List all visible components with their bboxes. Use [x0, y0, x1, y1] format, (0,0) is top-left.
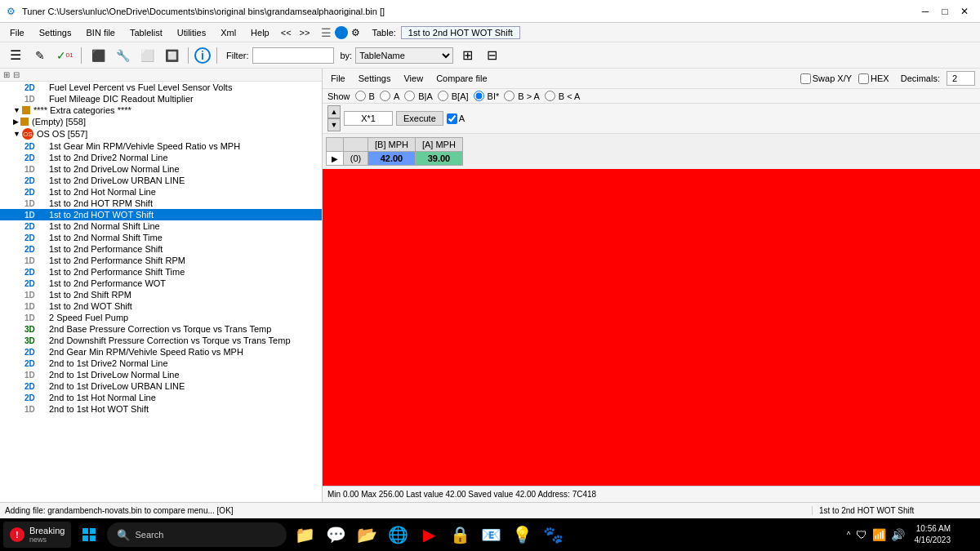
- hex-checkbox-label[interactable]: HEX: [858, 73, 889, 84]
- tree-item[interactable]: 2D 2nd Gear Min RPM/Vehivle Speed Ratio …: [0, 346, 322, 358]
- radio-bia-pipe[interactable]: B|A: [404, 91, 433, 101]
- maximize-button[interactable]: □: [936, 4, 954, 19]
- cell-b[interactable]: 42.00: [368, 152, 416, 166]
- tray-wifi[interactable]: 📶: [872, 528, 886, 541]
- tree-item[interactable]: 2D 1st to 2nd Normal Shift Time: [0, 232, 322, 243]
- tree-category[interactable]: ▼ **** Extra categories ****: [0, 104, 322, 116]
- swap-xy-checkbox-label[interactable]: Swap X/Y: [800, 73, 852, 84]
- right-menu-compare[interactable]: Compare file: [433, 73, 490, 84]
- close-button[interactable]: ✕: [956, 4, 973, 19]
- tree-item[interactable]: 2D 1st to 2nd Performance Shift Time: [0, 266, 322, 278]
- menu-bin-file[interactable]: BIN file: [79, 26, 121, 39]
- tree-item[interactable]: 1D 1st to 2nd HOT RPM Shift: [0, 198, 322, 209]
- hex-checkbox[interactable]: [858, 73, 869, 84]
- tree-item[interactable]: 1D 1st to 2nd Performance Shift RPM: [0, 255, 322, 266]
- toolbar-btn4[interactable]: 🔧: [112, 46, 133, 65]
- radio-b-lt-a-input[interactable]: [545, 91, 555, 101]
- taskbar-app-mail[interactable]: 📧: [476, 520, 506, 549]
- radio-b-lt-a[interactable]: B < A: [545, 91, 581, 101]
- tree-item[interactable]: 1D Fuel Mileage DIC Readout Multiplier: [0, 93, 322, 104]
- tree-item[interactable]: 3D 2nd Downshift Pressure Correction vs …: [0, 335, 322, 346]
- taskbar-app-files[interactable]: 📂: [352, 520, 381, 549]
- tree-item[interactable]: 2D 1st to 2nd Performance WOT: [0, 278, 322, 289]
- toolbar-btn3[interactable]: ⬛: [87, 46, 109, 65]
- taskbar-app-paw[interactable]: 🐾: [538, 520, 568, 549]
- tree-item[interactable]: 2D 1st Gear Min RPM/Vehivle Speed Ratio …: [0, 140, 322, 152]
- cell-a[interactable]: 39.00: [415, 152, 462, 166]
- nav-forward[interactable]: >>: [296, 28, 314, 38]
- tree-item[interactable]: 2D 2nd to 1st Drive2 Normal Line: [0, 358, 322, 369]
- a-checkbox-input[interactable]: [447, 113, 457, 124]
- a-checkbox-label[interactable]: A: [447, 113, 465, 124]
- toolbar-edit[interactable]: ✎: [29, 46, 51, 65]
- menu-help[interactable]: Help: [244, 26, 276, 39]
- filter-by-select[interactable]: TableName: [355, 47, 453, 64]
- show-desktop-button[interactable]: [954, 520, 977, 549]
- x-input[interactable]: [344, 111, 393, 126]
- tree-item[interactable]: 2D 1st to 2nd Normal Shift Line: [0, 220, 322, 232]
- tree-item[interactable]: 2D 2nd to 1st DriveLow URBAN LINE: [0, 380, 322, 392]
- tree-item[interactable]: 1D 2nd to 1st Hot WOT Shift: [0, 403, 322, 415]
- tray-chevron[interactable]: ^: [847, 531, 851, 540]
- tree-item[interactable]: 3D 2nd Base Pressure Correction vs Torqu…: [0, 323, 322, 335]
- menu-tablelist[interactable]: Tablelist: [123, 26, 169, 39]
- tree-category[interactable]: ▶ (Empty) [558]: [0, 116, 322, 127]
- right-menu-file[interactable]: File: [327, 73, 349, 84]
- taskbar-app-lightbulb[interactable]: 💡: [507, 520, 537, 549]
- tree-os-category[interactable]: ▼ OS OS OS [557]: [0, 127, 322, 140]
- radio-a[interactable]: A: [380, 91, 399, 101]
- taskbar-app-browser[interactable]: 🌐: [383, 520, 412, 549]
- radio-a-input[interactable]: [380, 91, 390, 101]
- tree-item[interactable]: 1D 1st to 2nd WOT Shift: [0, 300, 322, 312]
- right-menu-view[interactable]: View: [400, 73, 426, 84]
- tree-collapse-all[interactable]: ⊟: [13, 70, 20, 79]
- tree-item[interactable]: 1D 1st to 2nd DriveLow Normal Line: [0, 163, 322, 175]
- right-menu-settings[interactable]: Settings: [355, 73, 394, 84]
- menu-utilities[interactable]: Utilities: [171, 26, 212, 39]
- minimize-button[interactable]: ─: [916, 4, 934, 19]
- taskbar-app-security[interactable]: 🔒: [445, 520, 474, 549]
- tray-volume[interactable]: 🔊: [891, 528, 905, 541]
- tree-expand-all[interactable]: ⊞: [3, 70, 10, 79]
- toolbar-check[interactable]: ✓01: [54, 46, 75, 65]
- tree-item[interactable]: 2D 1st to 2nd DriveLow URBAN LINE: [0, 175, 322, 186]
- radio-b-input[interactable]: [355, 91, 366, 101]
- menu-settings[interactable]: Settings: [33, 26, 78, 39]
- spinner-up[interactable]: ▲: [327, 105, 341, 118]
- toolbar-btn6[interactable]: 🔲: [161, 46, 182, 65]
- toolbar-info[interactable]: i: [194, 47, 211, 64]
- expand-all-btn[interactable]: ⊞: [457, 46, 478, 65]
- nav-back[interactable]: <<: [278, 28, 295, 38]
- radio-b-gt-a[interactable]: B > A: [504, 91, 540, 101]
- radio-bia-bracket[interactable]: B[A]: [438, 91, 469, 101]
- radio-bia-bracket-input[interactable]: [438, 91, 448, 101]
- tree-item-selected[interactable]: 1D 1st to 2nd HOT WOT Shift: [0, 209, 322, 220]
- decimals-input[interactable]: [947, 71, 975, 86]
- tree-item[interactable]: 2D 1st to 2nd Drive2 Normal Line: [0, 152, 322, 163]
- collapse-all-btn[interactable]: ⊟: [481, 46, 502, 65]
- tree-item[interactable]: 2D Fuel Level Percent vs Fuel Level Sens…: [0, 82, 322, 93]
- radio-b[interactable]: B: [355, 91, 375, 101]
- tree-item[interactable]: 1D 1st to 2nd Shift RPM: [0, 289, 322, 300]
- tree-item[interactable]: 1D 2 Speed Fuel Pump: [0, 312, 322, 323]
- execute-button[interactable]: Execute: [396, 111, 443, 126]
- radio-bi-star[interactable]: BI*: [474, 91, 500, 101]
- radio-b-gt-a-input[interactable]: [504, 91, 514, 101]
- clock[interactable]: 10:56 AM 4/16/2023: [915, 523, 951, 546]
- tree-item[interactable]: 2D 2nd to 1st Hot Normal Line: [0, 392, 322, 403]
- menu-file[interactable]: File: [3, 26, 31, 39]
- toolbar-btn5[interactable]: ⬜: [136, 46, 158, 65]
- tree-item[interactable]: 2D 1st to 2nd Hot Normal Line: [0, 186, 322, 198]
- radio-bi-star-input[interactable]: [474, 91, 484, 101]
- taskbar-app-chat[interactable]: 💬: [321, 520, 350, 549]
- toolbar-hamburger[interactable]: ☰: [5, 46, 26, 65]
- search-bar[interactable]: 🔍 Search: [107, 522, 287, 547]
- filter-input[interactable]: [252, 47, 334, 64]
- menu-xml[interactable]: Xml: [214, 26, 243, 39]
- swap-xy-checkbox[interactable]: [800, 73, 811, 84]
- spinner-down[interactable]: ▼: [327, 118, 341, 131]
- tree-item[interactable]: 1D 2nd to 1st DriveLow Normal Line: [0, 369, 322, 380]
- tray-security[interactable]: 🛡: [856, 528, 867, 541]
- taskbar-app-file-explorer[interactable]: 📁: [290, 520, 319, 549]
- windows-start-button[interactable]: [74, 520, 104, 549]
